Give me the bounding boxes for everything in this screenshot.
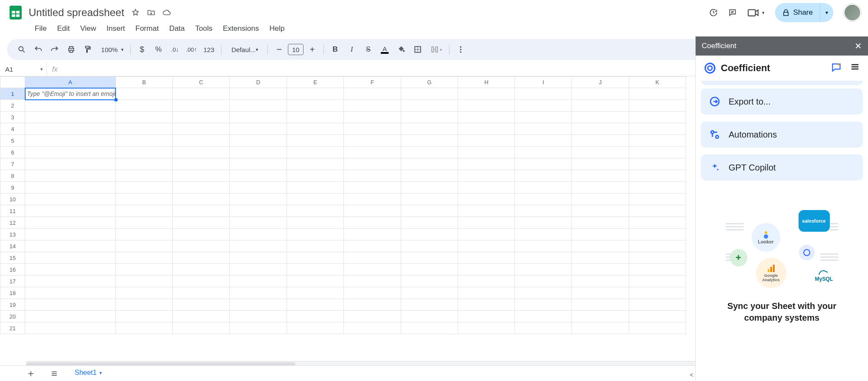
cell[interactable] — [515, 123, 572, 135]
cell[interactable] — [287, 182, 343, 194]
cell[interactable] — [344, 276, 401, 287]
fill-color-icon[interactable] — [393, 42, 409, 57]
cell[interactable] — [401, 311, 458, 322]
cell[interactable] — [515, 100, 572, 112]
cell[interactable] — [173, 287, 230, 299]
search-icon[interactable] — [14, 42, 30, 57]
cell[interactable] — [629, 100, 686, 112]
cell[interactable] — [458, 276, 515, 287]
cell[interactable] — [629, 322, 686, 334]
cell[interactable] — [287, 194, 343, 205]
cell[interactable] — [230, 322, 287, 334]
cell[interactable] — [572, 276, 629, 287]
cell[interactable] — [572, 217, 629, 229]
cell[interactable] — [629, 276, 686, 287]
cell[interactable] — [230, 135, 287, 147]
cell[interactable] — [116, 182, 172, 194]
cell[interactable] — [458, 170, 515, 182]
cell[interactable] — [401, 158, 458, 170]
cell[interactable] — [173, 135, 230, 147]
col-header-D[interactable]: D — [230, 77, 287, 88]
cell[interactable] — [173, 170, 230, 182]
borders-icon[interactable] — [410, 42, 426, 57]
cell[interactable] — [116, 264, 172, 276]
col-header-H[interactable]: H — [458, 77, 515, 88]
cell[interactable] — [344, 147, 401, 158]
cell[interactable] — [458, 158, 515, 170]
sidebar-card-export[interactable]: Export to... — [701, 89, 863, 115]
cell[interactable] — [25, 100, 116, 112]
cell[interactable]: Type "@Emoji" to insert an emoji — [25, 88, 116, 100]
row-header[interactable]: 4 — [0, 123, 25, 135]
font-dropdown[interactable]: Defaul...▾ — [225, 42, 264, 57]
avatar[interactable] — [844, 4, 861, 21]
cell[interactable] — [173, 276, 230, 287]
cell[interactable] — [344, 88, 401, 100]
menu-file[interactable]: File — [30, 23, 51, 35]
cell[interactable] — [401, 287, 458, 299]
cell[interactable] — [25, 229, 116, 240]
cell[interactable] — [401, 182, 458, 194]
cell[interactable] — [572, 182, 629, 194]
italic-icon[interactable]: I — [344, 42, 360, 57]
cell[interactable] — [515, 240, 572, 252]
cell[interactable] — [287, 287, 343, 299]
cell[interactable] — [458, 240, 515, 252]
cell[interactable] — [116, 194, 172, 205]
cell[interactable] — [230, 112, 287, 123]
share-dropdown[interactable]: ▾ — [820, 3, 833, 22]
cell[interactable] — [116, 240, 172, 252]
cell[interactable] — [287, 123, 343, 135]
cell[interactable] — [230, 100, 287, 112]
cell[interactable] — [629, 123, 686, 135]
cell[interactable] — [25, 182, 116, 194]
cell[interactable] — [287, 240, 343, 252]
sidebar-card-gpt[interactable]: GPT Copilot — [701, 154, 863, 181]
cell[interactable] — [25, 147, 116, 158]
cell[interactable] — [458, 88, 515, 100]
row-header[interactable]: 20 — [0, 311, 25, 322]
cell[interactable] — [572, 158, 629, 170]
cell[interactable] — [287, 135, 343, 147]
cell[interactable] — [401, 276, 458, 287]
menu-format[interactable]: Format — [131, 23, 163, 35]
cell[interactable] — [173, 147, 230, 158]
explore-icon[interactable]: < — [690, 371, 693, 378]
col-header-B[interactable]: B — [116, 77, 172, 88]
cell[interactable] — [173, 182, 230, 194]
cell[interactable] — [230, 170, 287, 182]
cell[interactable] — [458, 147, 515, 158]
cell[interactable] — [25, 311, 116, 322]
cell[interactable] — [629, 311, 686, 322]
name-box[interactable]: A1 ▾ — [0, 62, 47, 76]
cell[interactable] — [629, 205, 686, 217]
menu-icon[interactable] — [850, 62, 860, 75]
cell[interactable] — [401, 170, 458, 182]
cell[interactable] — [401, 123, 458, 135]
undo-icon[interactable] — [30, 42, 46, 57]
share-button[interactable]: Share — [775, 3, 820, 22]
row-header[interactable]: 19 — [0, 299, 25, 311]
cell[interactable] — [629, 287, 686, 299]
cell[interactable] — [515, 252, 572, 264]
add-sheet-icon[interactable]: + — [24, 368, 37, 380]
cell[interactable] — [25, 217, 116, 229]
cell[interactable] — [515, 194, 572, 205]
print-icon[interactable] — [63, 42, 79, 57]
cell[interactable] — [458, 252, 515, 264]
col-header-C[interactable]: C — [173, 77, 230, 88]
text-color-icon[interactable]: A — [377, 42, 393, 57]
row-header[interactable]: 8 — [0, 170, 25, 182]
row-header[interactable]: 6 — [0, 147, 25, 158]
cell[interactable] — [116, 322, 172, 334]
menu-tools[interactable]: Tools — [191, 23, 217, 35]
cell[interactable] — [401, 100, 458, 112]
cell[interactable] — [287, 170, 343, 182]
cell[interactable] — [116, 170, 172, 182]
close-icon[interactable]: ✕ — [855, 41, 862, 51]
zoom-dropdown[interactable]: 100%▾ — [96, 42, 127, 57]
row-header[interactable]: 14 — [0, 240, 25, 252]
cell[interactable] — [344, 100, 401, 112]
cell[interactable] — [401, 135, 458, 147]
cell[interactable] — [287, 112, 343, 123]
